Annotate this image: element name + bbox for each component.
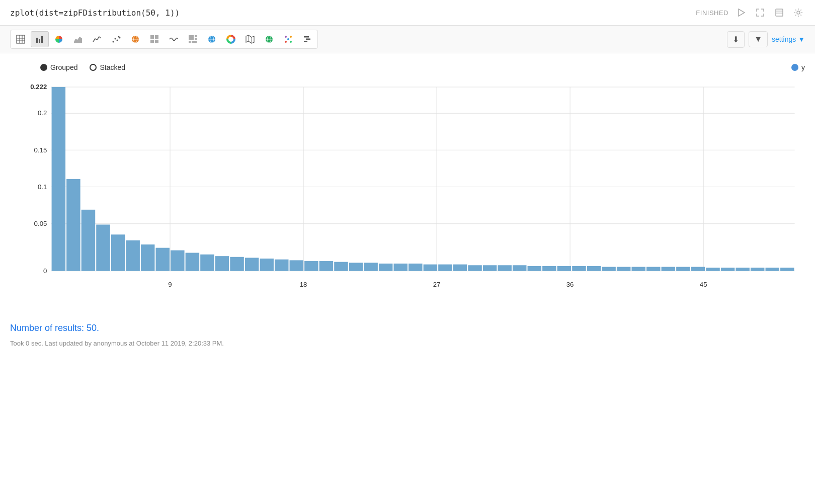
svg-rect-21 [150, 35, 154, 39]
top-bar: zplot(dist=zipFDistribution(50, 1)) FINI… [0, 0, 815, 26]
svg-rect-1 [776, 9, 783, 16]
svg-point-17 [119, 37, 121, 39]
chart-type-wave[interactable] [165, 31, 183, 47]
svg-point-4 [797, 11, 800, 14]
footer: Number of results: 50. Took 0 sec. Last … [0, 313, 815, 352]
svg-point-13 [113, 41, 114, 43]
svg-point-42 [290, 41, 292, 43]
bar-39 [617, 267, 631, 271]
bar-47 [736, 268, 750, 271]
svg-text:0.2: 0.2 [38, 109, 47, 117]
chart-type-grid[interactable] [145, 31, 164, 47]
svg-rect-28 [189, 41, 191, 43]
run-button[interactable] [735, 6, 748, 19]
svg-rect-45 [306, 39, 310, 40]
chart-type-area[interactable] [69, 31, 87, 47]
bar-4 [96, 225, 110, 271]
toolbar: ⬇ ▼ settings ▼ [0, 26, 815, 53]
svg-rect-5 [17, 35, 25, 43]
bar-50 [780, 268, 794, 271]
bar-41 [646, 267, 661, 271]
bar-20 [334, 262, 348, 271]
bar-8 [155, 248, 170, 271]
bar-38 [602, 267, 616, 271]
bar-22 [364, 263, 378, 271]
expand-button[interactable] [754, 6, 767, 19]
bar-44 [691, 267, 705, 271]
bar-27 [438, 265, 452, 271]
bar-42 [662, 267, 676, 271]
bar-15 [260, 259, 274, 271]
chart-type-donut[interactable] [222, 31, 240, 47]
svg-rect-12 [41, 36, 43, 43]
status-badge: FINISHED [696, 9, 728, 17]
bar-29 [468, 265, 482, 271]
bar-21 [349, 263, 363, 271]
legend-grouped[interactable]: Grouped [40, 63, 77, 71]
bar-30 [483, 265, 497, 271]
chart-type-globe-green[interactable] [260, 31, 278, 47]
bar-11 [200, 255, 214, 271]
svg-text:0.222: 0.222 [30, 83, 47, 91]
toolbar-right: ⬇ ▼ settings ▼ [727, 31, 805, 48]
expand-icon [756, 8, 765, 17]
chart-type-globe-blue[interactable] [203, 31, 221, 47]
download-button[interactable]: ⬇ [727, 31, 745, 48]
svg-text:36: 36 [566, 281, 574, 288]
svg-rect-25 [189, 35, 194, 40]
book-button[interactable] [773, 6, 786, 19]
bar-45 [706, 268, 720, 271]
bar-24 [393, 264, 408, 271]
bar-35 [557, 266, 572, 271]
chart-type-map[interactable] [241, 31, 259, 47]
timestamp: Took 0 sec. Last updated by anonymous at… [10, 340, 805, 347]
chart-type-pie[interactable] [50, 31, 68, 47]
chart-legend: Grouped Stacked y [40, 63, 805, 71]
top-right-controls: FINISHED [696, 6, 805, 19]
chart-container: 0.222 0.2 0.15 0.1 0.05 0 9 18 27 36 45 [10, 76, 805, 308]
svg-text:9: 9 [168, 281, 172, 288]
bar-3 [82, 210, 96, 271]
grouped-label: Grouped [50, 63, 77, 71]
bar-16 [275, 260, 289, 271]
chart-type-dots[interactable] [279, 31, 297, 47]
bar-23 [379, 264, 393, 271]
chart-type-bar[interactable] [31, 31, 49, 47]
bar-48 [751, 268, 765, 271]
svg-point-14 [115, 38, 116, 40]
chart-type-globe-orange[interactable] [126, 31, 144, 47]
bar-31 [498, 265, 512, 271]
chart-type-line[interactable] [88, 31, 106, 47]
bar-28 [453, 265, 467, 271]
chart-type-scatter[interactable] [107, 31, 125, 47]
bar-40 [631, 267, 645, 271]
svg-point-41 [290, 36, 292, 38]
bar-18 [304, 261, 318, 271]
svg-text:18: 18 [300, 281, 307, 288]
stacked-label: Stacked [100, 63, 125, 71]
bar-46 [721, 268, 735, 271]
svg-rect-11 [39, 39, 40, 43]
bar-43 [676, 267, 690, 271]
chart-type-table[interactable] [12, 31, 30, 47]
svg-rect-46 [304, 41, 307, 42]
chart-type-selector [10, 30, 318, 49]
svg-point-39 [285, 41, 287, 43]
bar-34 [542, 266, 556, 271]
legend-stacked[interactable]: Stacked [90, 63, 125, 71]
dropdown-button[interactable]: ▼ [749, 31, 768, 47]
chart-type-gantt[interactable] [298, 31, 316, 47]
svg-rect-29 [192, 41, 197, 43]
book-icon [775, 8, 784, 17]
bar-13 [230, 257, 244, 271]
bar-25 [409, 264, 423, 271]
code-label: zplot(dist=zipFDistribution(50, 1)) [10, 8, 180, 18]
chart-type-tiles[interactable] [184, 31, 202, 47]
svg-point-40 [287, 38, 289, 40]
svg-text:0.15: 0.15 [34, 146, 47, 153]
chart-area: Grouped Stacked y 0.222 0.2 0.15 0.1 [0, 53, 815, 313]
gear-button[interactable] [792, 6, 805, 19]
svg-text:27: 27 [433, 281, 441, 288]
bar-14 [245, 258, 259, 271]
settings-button[interactable]: settings ▼ [772, 35, 805, 43]
